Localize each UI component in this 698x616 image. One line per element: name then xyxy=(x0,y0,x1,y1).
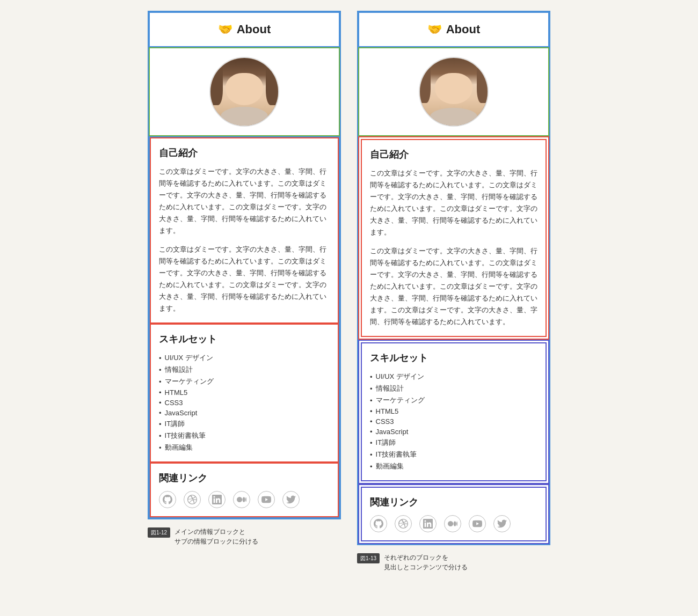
left-intro-p1: この文章はダミーです。文字の大きさ、量、字間、行間等を確認するために入れています… xyxy=(159,166,330,237)
skill-item: UI/UX デザイン xyxy=(370,371,537,383)
linkedin-icon[interactable] xyxy=(419,515,437,532)
skill-item: IT講師 xyxy=(159,418,330,430)
skill-item: JavaScript xyxy=(370,427,537,437)
github-icon[interactable] xyxy=(159,491,176,508)
right-header: 🤝 About xyxy=(358,12,549,47)
right-intro-p2: この文章はダミーです。文字の大きさ、量、字間、行間等を確認するために入れています… xyxy=(370,245,537,328)
right-intro-outer: 自己紹介 この文章はダミーです。文字の大きさ、量、字間、行間等を確認するために入… xyxy=(358,136,549,340)
left-content-container: 自己紹介 この文章はダミーです。文字の大きさ、量、字間、行間等を確認するために入… xyxy=(149,136,340,518)
left-social-icons xyxy=(159,491,330,508)
right-social-icons xyxy=(370,515,537,532)
right-photo-section xyxy=(358,47,549,136)
linkedin-icon[interactable] xyxy=(208,491,226,508)
skill-item: 情報設計 xyxy=(159,364,330,376)
twitter-icon[interactable] xyxy=(493,515,511,532)
right-outer-container: 🤝 About 自己紹介 xyxy=(357,11,550,545)
twitter-icon[interactable] xyxy=(282,491,300,508)
right-skills-outer: スキルセット UI/UX デザイン 情報設計 マーケティング HTML5 CSS… xyxy=(358,340,549,484)
medium-icon[interactable] xyxy=(233,491,250,508)
right-title-text: About xyxy=(446,23,481,36)
left-profile-photo xyxy=(209,57,279,127)
right-skills-list: UI/UX デザイン 情報設計 マーケティング HTML5 CSS3 JavaS… xyxy=(370,371,537,472)
skill-item: CSS3 xyxy=(159,398,330,408)
dribbble-icon[interactable] xyxy=(395,515,412,532)
right-links-title: 関連リンク xyxy=(370,496,537,509)
skill-item: 情報設計 xyxy=(370,383,537,394)
left-figure-caption: 図1-12 メインの情報ブロックとサブの情報ブロックに分ける xyxy=(148,527,341,546)
right-figure-text: それぞれのブロックを見出しとコンテンツで分ける xyxy=(384,553,468,572)
skill-item: HTML5 xyxy=(370,406,537,416)
skill-item: マーケティング xyxy=(370,394,537,406)
left-links-title: 関連リンク xyxy=(159,472,330,485)
dribbble-icon[interactable] xyxy=(184,491,201,508)
left-intro-p2: この文章はダミーです。文字の大きさ、量、字間、行間等を確認するために入れています… xyxy=(159,244,330,315)
right-header-title: 🤝 About xyxy=(365,23,543,36)
left-outer-container: 🤝 About xyxy=(148,11,341,519)
right-figure-badge: 図1-13 xyxy=(357,553,380,563)
skill-item: HTML5 xyxy=(159,387,330,398)
right-skills-title: スキルセット xyxy=(370,351,537,364)
left-intro-title: 自己紹介 xyxy=(159,146,330,159)
left-title-text: About xyxy=(237,23,271,36)
skill-item: JavaScript xyxy=(159,408,330,418)
skill-item: UI/UX デザイン xyxy=(159,352,330,364)
skill-item: 動画編集 xyxy=(159,442,330,453)
youtube-icon[interactable] xyxy=(258,491,275,508)
left-figure-badge: 図1-12 xyxy=(148,527,170,538)
skill-item: IT講師 xyxy=(370,437,537,449)
left-intro-section: 自己紹介 この文章はダミーです。文字の大きさ、量、字間、行間等を確認するために入… xyxy=(150,137,339,324)
medium-icon[interactable] xyxy=(444,515,461,532)
youtube-icon[interactable] xyxy=(469,515,486,532)
right-profile-photo xyxy=(419,57,489,127)
about-icon-right: 🤝 xyxy=(427,23,442,36)
right-intro-title: 自己紹介 xyxy=(370,148,537,161)
skill-item: CSS3 xyxy=(370,416,537,427)
right-figure-caption: 図1-13 それぞれのブロックを見出しとコンテンツで分ける xyxy=(357,553,550,572)
left-skills-list: UI/UX デザイン 情報設計 マーケティング HTML5 CSS3 JavaS… xyxy=(159,352,330,453)
left-figure-text: メインの情報ブロックとサブの情報ブロックに分ける xyxy=(174,527,258,546)
main-content: 🤝 About xyxy=(11,11,687,572)
right-panel: 🤝 About 自己紹介 xyxy=(357,11,550,572)
right-intro-section: 自己紹介 この文章はダミーです。文字の大きさ、量、字間、行間等を確認するために入… xyxy=(361,139,547,337)
left-panel: 🤝 About xyxy=(148,11,341,572)
right-skills-section: スキルセット UI/UX デザイン 情報設計 マーケティング HTML5 CSS… xyxy=(361,342,547,481)
left-header-title: 🤝 About xyxy=(155,23,333,36)
left-header: 🤝 About xyxy=(149,12,340,47)
github-icon[interactable] xyxy=(370,515,387,532)
about-icon-left: 🤝 xyxy=(218,23,232,36)
right-links-outer: 関連リンク xyxy=(358,484,549,544)
left-photo-section xyxy=(149,47,340,136)
skill-item: 動画編集 xyxy=(370,460,537,472)
skill-item: マーケティング xyxy=(159,376,330,387)
right-intro-p1: この文章はダミーです。文字の大きさ、量、字間、行間等を確認するために入れています… xyxy=(370,167,537,239)
left-skills-section: スキルセット UI/UX デザイン 情報設計 マーケティング HTML5 CSS… xyxy=(150,324,339,463)
left-skills-title: スキルセット xyxy=(159,333,330,346)
skill-item: IT技術書執筆 xyxy=(159,430,330,442)
skill-item: IT技術書執筆 xyxy=(370,449,537,460)
left-links-section: 関連リンク xyxy=(150,463,339,517)
right-links-section: 関連リンク xyxy=(361,487,547,541)
